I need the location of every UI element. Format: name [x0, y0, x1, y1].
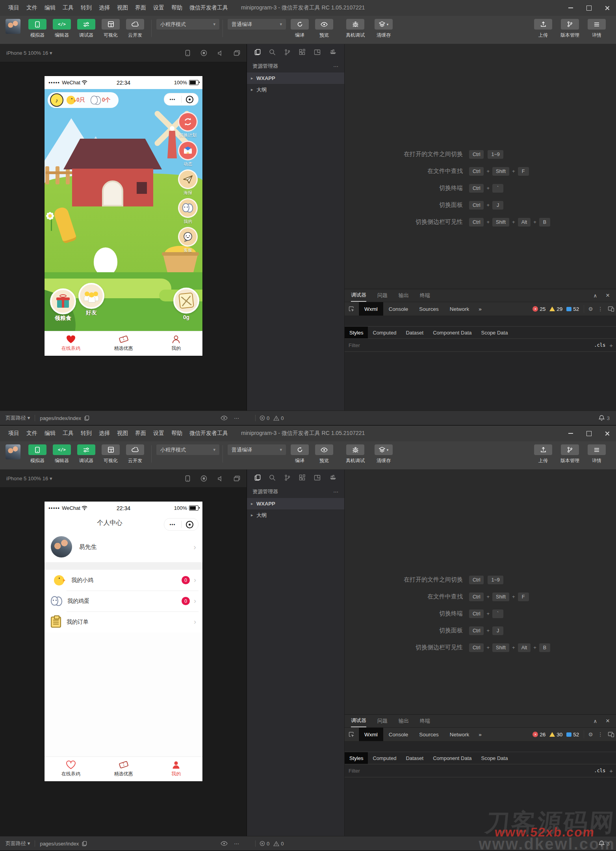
simulator-toggle[interactable]: 模拟器: [26, 444, 49, 464]
maximize-button[interactable]: [580, 426, 598, 441]
visualization-toggle[interactable]: 可视化: [99, 444, 122, 464]
more-actions-icon[interactable]: ⋯: [333, 63, 339, 69]
collapse-panel-icon[interactable]: ∧: [594, 293, 597, 299]
user-avatar[interactable]: [6, 19, 20, 34]
computed-tab[interactable]: Computed: [368, 327, 401, 338]
dataset-tab[interactable]: Dataset: [401, 752, 428, 764]
window-preview-icon[interactable]: [314, 475, 321, 481]
inspect-element-button[interactable]: [345, 302, 359, 316]
new-rule-button[interactable]: +: [609, 342, 613, 349]
minimize-button[interactable]: [562, 0, 580, 16]
minimize-button[interactable]: [562, 426, 580, 441]
list-item-my-eggs[interactable]: 我的鸡蛋 0 ›: [45, 591, 202, 611]
dock-tab-problems[interactable]: 问题: [377, 289, 388, 302]
warning-count[interactable]: 30: [557, 732, 562, 738]
exit-button[interactable]: [182, 521, 199, 528]
kebab-menu-icon[interactable]: ⋮: [598, 731, 603, 738]
music-button[interactable]: ♪: [50, 93, 63, 107]
kebab-menu-icon[interactable]: ⋮: [598, 306, 603, 312]
inspect-element-button[interactable]: [345, 728, 359, 741]
page-path-value[interactable]: pages/index/index: [40, 415, 81, 421]
devtools-tab-network[interactable]: Network: [444, 302, 475, 316]
friends-button[interactable]: 好友: [78, 283, 104, 316]
notification-bell[interactable]: 3: [599, 840, 610, 847]
dock-tab-debugger[interactable]: 调试器: [351, 289, 366, 302]
devtools-tab-sources[interactable]: Sources: [414, 728, 444, 741]
real-device-debug-button[interactable]: 真机调试: [341, 444, 369, 464]
toggle-class-button[interactable]: .cls: [594, 768, 605, 773]
component-data-tab[interactable]: Component Data: [428, 752, 476, 764]
message-count[interactable]: 52: [573, 732, 579, 738]
customer-service-button[interactable]: 客服: [175, 227, 200, 256]
debugger-toggle[interactable]: 调试器: [75, 444, 98, 464]
tab-mine[interactable]: 我的: [150, 331, 202, 356]
sound-button[interactable]: [217, 476, 223, 481]
rotate-device-button[interactable]: [185, 50, 190, 56]
mode-dropdown[interactable]: 小程序模式 ▾: [156, 444, 219, 455]
list-item-my-orders[interactable]: 我的订单 ›: [45, 611, 202, 632]
files-icon[interactable]: [254, 474, 261, 481]
preview-button[interactable]: 预览: [313, 19, 336, 39]
simulator-toggle[interactable]: 模拟器: [26, 19, 49, 39]
menu-interface[interactable]: 界面: [132, 430, 150, 437]
page-path-selector[interactable]: 页面路径 ▾: [6, 414, 30, 422]
eye-icon[interactable]: [221, 416, 228, 420]
menu-edit[interactable]: 编辑: [41, 430, 59, 437]
compile-button[interactable]: 编译: [288, 19, 311, 39]
close-panel-icon[interactable]: ×: [606, 292, 610, 299]
more-button[interactable]: •••: [164, 522, 181, 527]
menu-project[interactable]: 项目: [5, 430, 23, 437]
eye-icon[interactable]: [221, 841, 228, 846]
debugger-toggle[interactable]: 调试器: [75, 19, 98, 39]
multi-window-button[interactable]: [234, 50, 240, 56]
menu-wechat-devtools[interactable]: 微信开发者工具: [186, 4, 232, 11]
dock-tab-debugger[interactable]: 调试器: [351, 715, 366, 727]
collapse-panel-icon[interactable]: ∧: [594, 718, 597, 724]
menu-file[interactable]: 文件: [23, 430, 41, 437]
scope-data-tab[interactable]: Scope Data: [476, 752, 512, 764]
version-control-button[interactable]: 版本管理: [556, 444, 584, 464]
tree-item-wxapp[interactable]: ▸ WXAPP: [247, 72, 344, 84]
list-item-my-chickens[interactable]: 我的小鸡 0 ›: [45, 570, 202, 591]
more-tabs-icon[interactable]: »: [475, 306, 486, 312]
new-rule-button[interactable]: +: [609, 767, 613, 774]
more-tabs-icon[interactable]: »: [475, 732, 486, 738]
feed-amount-button[interactable]: 0g: [173, 288, 199, 320]
upload-button[interactable]: 上传: [532, 19, 555, 39]
style-filter-input[interactable]: [348, 767, 590, 774]
menu-help[interactable]: 帮助: [168, 430, 186, 437]
search-icon[interactable]: [269, 474, 276, 481]
devtools-tab-console[interactable]: Console: [383, 302, 414, 316]
tab-deals[interactable]: 精选优惠: [97, 757, 150, 781]
menu-select[interactable]: 选择: [95, 4, 113, 11]
menu-goto[interactable]: 转到: [77, 4, 95, 11]
claim-feed-button[interactable]: 领粮食: [50, 288, 76, 322]
dock-tab-terminal[interactable]: 终端: [420, 289, 430, 302]
menu-settings[interactable]: 设置: [150, 430, 168, 437]
menu-file[interactable]: 文件: [23, 4, 41, 11]
tree-item-wxapp[interactable]: ▸ WXAPP: [247, 498, 344, 509]
more-actions-icon[interactable]: ⋯: [333, 489, 339, 495]
profile-row[interactable]: 易先生 ›: [45, 531, 202, 563]
elements-tree-area[interactable]: [345, 741, 616, 752]
user-avatar[interactable]: [6, 444, 20, 459]
copy-path-icon[interactable]: [84, 415, 89, 421]
preview-button[interactable]: 预览: [313, 444, 336, 464]
exit-button[interactable]: [182, 96, 199, 103]
poster-button[interactable]: 海报: [175, 169, 200, 198]
sound-button[interactable]: [217, 50, 223, 56]
message-count[interactable]: 52: [573, 306, 579, 312]
close-button[interactable]: [598, 0, 616, 16]
menu-tools[interactable]: 工具: [59, 4, 77, 11]
visualization-toggle[interactable]: 可视化: [99, 19, 122, 39]
my-eggs-button[interactable]: 我的: [175, 198, 200, 227]
window-preview-icon[interactable]: [314, 49, 321, 55]
devtools-tab-network[interactable]: Network: [444, 728, 475, 741]
component-data-tab[interactable]: Component Data: [428, 327, 476, 338]
multi-window-button[interactable]: [234, 476, 240, 481]
files-icon[interactable]: [254, 49, 261, 56]
devtools-tab-wxml[interactable]: Wxml: [359, 728, 383, 741]
source-control-icon[interactable]: [284, 49, 290, 56]
switch-plan-button[interactable]: 切换计划: [175, 112, 200, 141]
page-path-value[interactable]: pages/user/index: [40, 841, 79, 847]
